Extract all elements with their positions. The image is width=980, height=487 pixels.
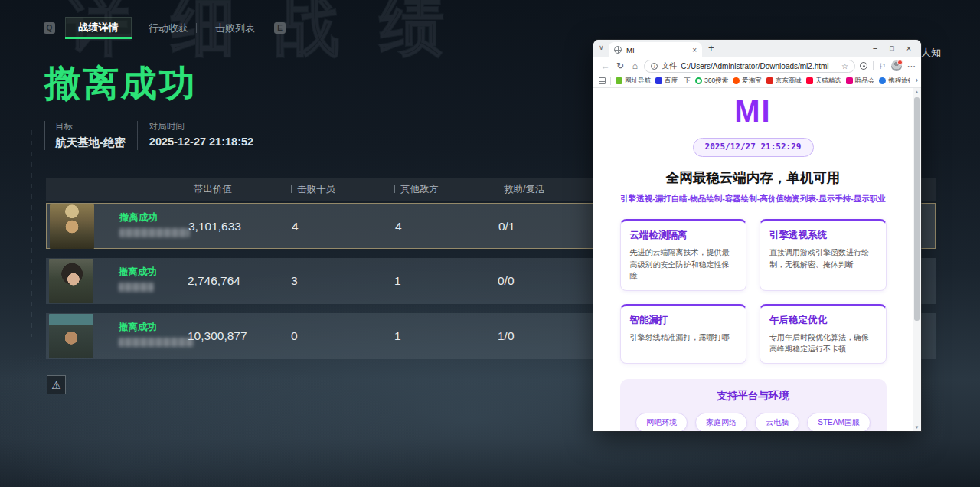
url-field[interactable]: i 文件 C:/Users/Administrator/Downloads/mi…	[644, 60, 855, 73]
info-divider	[137, 121, 138, 150]
platform-pills: 网吧环境 家庭网络 云电脑 STEAM国服 Wegame国服	[628, 413, 879, 432]
bookmarks-separator	[610, 77, 611, 85]
bookmark-label: 360搜索	[704, 77, 728, 86]
platform-panel: 支持平台与环境 网吧环境 家庭网络 云电脑 STEAM国服 Wegame国服	[620, 379, 887, 432]
feature-card: 智能漏打 引擎射线精准漏打，露哪打哪	[620, 304, 747, 364]
bookmark-item[interactable]: 爱淘宝	[733, 77, 762, 86]
cell-other-enemies: 4	[395, 220, 402, 234]
card-title: 午后稳定优化	[769, 314, 877, 327]
player-name-blurred	[119, 228, 190, 237]
bookmark-favicon	[879, 77, 886, 84]
scroll-down-icon[interactable]: ▼	[913, 425, 921, 430]
scroll-up-icon[interactable]: ▲	[913, 90, 921, 94]
site-logo: MI	[593, 94, 913, 129]
bookmark-label: 携程旅行	[888, 77, 910, 86]
tab-search-dropdown-icon[interactable]: ∨	[599, 44, 604, 51]
bookmark-item[interactable]: 京东商城	[766, 77, 802, 86]
page-title-extraction-success: 撤离成功	[44, 60, 198, 108]
objective-value: 航天基地-绝密	[55, 136, 126, 150]
bookmark-label: 天猫精选	[815, 77, 841, 86]
toolbar-separator	[873, 61, 874, 70]
clipped-edge-text: 人知	[921, 46, 941, 60]
cell-carry-value: 2,746,764	[188, 274, 240, 288]
maximize-button[interactable]: □	[884, 41, 900, 56]
address-bar: ← ↻ ⌂ i 文件 C:/Users/Administrator/Downlo…	[593, 57, 921, 74]
scrollbar-thumb[interactable]	[914, 97, 920, 321]
match-time-value: 2025-12-27 21:18:52	[149, 136, 253, 148]
card-body: 直接调用游戏引擎函数进行绘制，无视解密、掩体判断	[769, 247, 877, 270]
bookmark-item[interactable]: 百度一下	[655, 77, 691, 86]
window-controls: − □ ×	[867, 41, 917, 56]
cell-other-enemies: 1	[394, 274, 401, 288]
card-title: 智能漏打	[630, 314, 737, 327]
cell-carry-value: 3,101,633	[188, 220, 241, 234]
apps-grid-icon[interactable]	[599, 77, 606, 84]
player-name-blurred	[119, 283, 154, 292]
browser-essentials-icon[interactable]	[860, 62, 867, 70]
feature-card: 午后稳定优化 专用午后时段优化算法，确保高峰期稳定运行不卡顿	[760, 304, 887, 364]
tab-battle-details[interactable]: 战绩详情	[65, 17, 132, 38]
bookmark-item[interactable]: 携程旅行	[879, 77, 910, 86]
bookmarks-overflow-icon[interactable]: ›	[916, 76, 918, 84]
cell-operator-kills: 0	[291, 329, 298, 343]
home-icon[interactable]: ⌂	[628, 60, 642, 71]
card-body: 先进的云端隔离技术，提供最高级别的安全防护和稳定性保障	[630, 247, 737, 283]
platform-pill: 网吧环境	[635, 413, 688, 432]
feature-cards: 云端检测隔离 先进的云端隔离技术，提供最高级别的安全防护和稳定性保障 引擎透视系…	[620, 219, 887, 364]
refresh-icon[interactable]: ↻	[612, 60, 627, 71]
favorite-star-icon[interactable]: ☆	[841, 62, 848, 70]
tab-action-loot[interactable]: 行动收获	[149, 21, 188, 35]
tab-separator	[196, 23, 197, 33]
page-scrollbar[interactable]: ▲ ▼	[913, 88, 921, 431]
close-button[interactable]: ×	[900, 41, 917, 56]
status-badge: 撤离成功	[119, 321, 157, 334]
page-info-icon[interactable]: i	[651, 63, 658, 70]
url-scheme-label: 文件	[662, 60, 677, 71]
tab-kill-list[interactable]: 击败列表	[215, 21, 255, 35]
platform-pill: STEAM国服	[807, 413, 870, 432]
minimize-button[interactable]: −	[867, 41, 884, 56]
status-badge: 撤离成功	[119, 266, 157, 279]
bookmark-item[interactable]: 360搜索	[695, 77, 728, 86]
browser-tab-strip: ∨ MI × + − □ ×	[593, 40, 921, 57]
match-info: 目标 航天基地-绝密 对局时间 2025-12-27 21:18:52	[44, 121, 253, 150]
bookmark-favicon	[695, 77, 702, 84]
bookmark-label: 网址导航	[625, 77, 651, 86]
col-other-enemies: 其他敌方	[394, 183, 439, 196]
cell-rescue-revive: 0/0	[498, 274, 514, 288]
bookmark-item[interactable]: 网址导航	[616, 77, 651, 86]
avatar	[49, 314, 93, 358]
browser-window: ∨ MI × + − □ × ← ↻ ⌂ i 文件 C:/Users/Admin…	[593, 40, 921, 431]
cell-rescue-revive: 1/0	[498, 329, 514, 343]
warning-icon[interactable]: ⚠	[47, 375, 66, 394]
card-title: 云端检测隔离	[630, 229, 737, 242]
bookmark-label: 京东商城	[776, 77, 802, 86]
browser-tab-active[interactable]: MI ×	[609, 42, 702, 57]
timestamp-badge: 2025/12/27 21:52:29	[693, 138, 814, 157]
page-subheading: 引擎透视-漏打自瞄-物品绘制-容器绘制-高价值物资列表-显示手持-显示职业	[593, 194, 913, 204]
profile-avatar[interactable]	[891, 60, 902, 71]
feature-card: 引擎透视系统 直接调用游戏引擎函数进行绘制，无视解密、掩体判断	[760, 219, 887, 291]
match-time-group: 对局时间 2025-12-27 21:18:52	[149, 121, 253, 150]
objective-group: 目标 航天基地-绝密	[55, 121, 126, 150]
card-body: 引擎射线精准漏打，露哪打哪	[630, 332, 737, 344]
bookmark-favicon	[806, 77, 813, 84]
col-rescue-revive: 救助/复活	[498, 183, 544, 196]
new-tab-button[interactable]: +	[708, 42, 714, 54]
match-time-label: 对局时间	[149, 121, 253, 132]
bookmark-favicon	[733, 77, 740, 84]
url-text: C:/Users/Administrator/Downloads/mi2.htm…	[681, 62, 838, 70]
bookmark-item[interactable]: 唯品会	[846, 77, 875, 86]
bookmark-item[interactable]: 天猫精选	[806, 77, 841, 86]
bookmark-label: 唯品会	[855, 77, 875, 86]
hud-deco-line	[31, 130, 32, 337]
bookmark-label: 百度一下	[665, 77, 691, 86]
menu-ellipsis-icon[interactable]: ⋯	[907, 61, 916, 71]
address-bar-actions: ⚐ ⋯	[860, 60, 916, 71]
back-icon[interactable]: ←	[598, 60, 612, 71]
col-operator-kills: 击败干员	[291, 183, 335, 196]
collections-flag-icon[interactable]: ⚐	[879, 62, 886, 70]
feature-card: 云端检测隔离 先进的云端隔离技术，提供最高级别的安全防护和稳定性保障	[620, 219, 747, 291]
status-badge: 撤离成功	[119, 211, 158, 224]
tab-close-icon[interactable]: ×	[692, 46, 697, 54]
